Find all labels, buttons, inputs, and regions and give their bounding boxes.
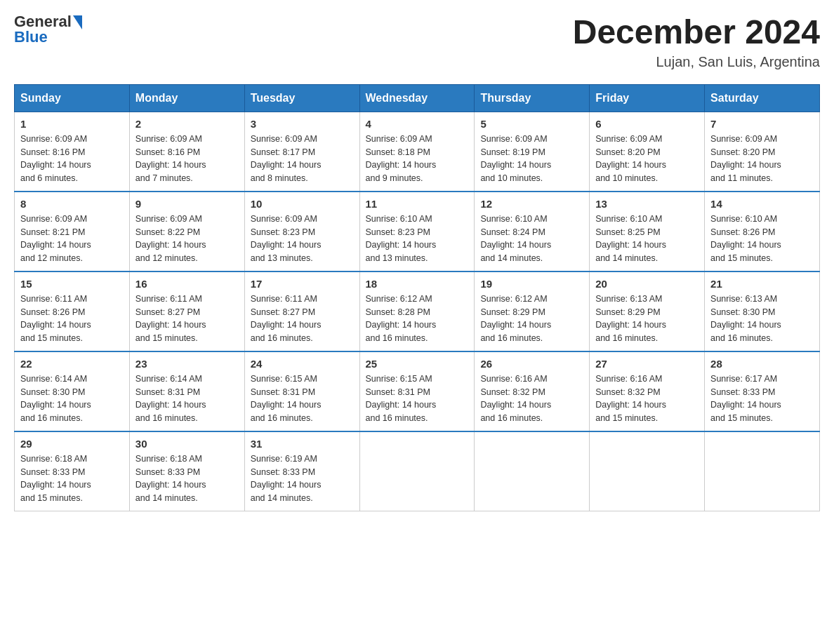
calendar-week-row: 22 Sunrise: 6:14 AM Sunset: 8:30 PM Dayl… xyxy=(15,351,820,431)
day-number: 5 xyxy=(480,118,583,130)
day-number: 22 xyxy=(20,358,124,370)
header-wednesday: Wednesday xyxy=(359,84,475,112)
day-info: Sunrise: 6:10 AM Sunset: 8:24 PM Dayligh… xyxy=(480,213,583,265)
calendar-day-cell: 2 Sunrise: 6:09 AM Sunset: 8:16 PM Dayli… xyxy=(129,112,244,192)
day-info: Sunrise: 6:16 AM Sunset: 8:32 PM Dayligh… xyxy=(480,373,583,425)
day-number: 31 xyxy=(251,438,354,450)
header-thursday: Thursday xyxy=(475,84,590,112)
day-info: Sunrise: 6:09 AM Sunset: 8:22 PM Dayligh… xyxy=(135,213,239,265)
header-sunday: Sunday xyxy=(15,84,130,112)
logo[interactable]: General Blue xyxy=(14,14,82,45)
calendar-day-cell: 29 Sunrise: 6:18 AM Sunset: 8:33 PM Dayl… xyxy=(15,431,130,511)
day-number: 28 xyxy=(710,358,814,370)
day-info: Sunrise: 6:15 AM Sunset: 8:31 PM Dayligh… xyxy=(366,373,469,425)
day-number: 9 xyxy=(135,198,239,210)
calendar-day-cell: 23 Sunrise: 6:14 AM Sunset: 8:31 PM Dayl… xyxy=(129,351,244,431)
page-header: General Blue December 2024 Lujan, San Lu… xyxy=(14,14,820,70)
day-info: Sunrise: 6:17 AM Sunset: 8:33 PM Dayligh… xyxy=(710,373,814,425)
calendar-day-cell: 11 Sunrise: 6:10 AM Sunset: 8:23 PM Dayl… xyxy=(359,192,475,271)
day-info: Sunrise: 6:10 AM Sunset: 8:25 PM Dayligh… xyxy=(595,213,699,265)
day-number: 16 xyxy=(135,278,239,290)
calendar-day-cell xyxy=(590,431,705,511)
calendar-day-cell: 1 Sunrise: 6:09 AM Sunset: 8:16 PM Dayli… xyxy=(15,112,130,192)
day-number: 14 xyxy=(710,198,814,210)
day-number: 21 xyxy=(710,278,814,290)
calendar-day-cell: 20 Sunrise: 6:13 AM Sunset: 8:29 PM Dayl… xyxy=(590,271,705,351)
day-number: 2 xyxy=(135,118,239,130)
day-number: 4 xyxy=(366,118,469,130)
calendar-week-row: 15 Sunrise: 6:11 AM Sunset: 8:26 PM Dayl… xyxy=(15,271,820,351)
day-number: 3 xyxy=(251,118,354,130)
calendar-table: Sunday Monday Tuesday Wednesday Thursday… xyxy=(14,84,820,511)
day-number: 8 xyxy=(20,198,124,210)
day-number: 6 xyxy=(595,118,699,130)
day-number: 26 xyxy=(480,358,583,370)
day-number: 29 xyxy=(20,438,124,450)
calendar-day-cell: 6 Sunrise: 6:09 AM Sunset: 8:20 PM Dayli… xyxy=(590,112,705,192)
day-number: 1 xyxy=(20,118,124,130)
day-info: Sunrise: 6:13 AM Sunset: 8:30 PM Dayligh… xyxy=(710,293,814,345)
day-number: 11 xyxy=(366,198,469,210)
calendar-day-cell: 19 Sunrise: 6:12 AM Sunset: 8:29 PM Dayl… xyxy=(475,271,590,351)
calendar-day-cell: 18 Sunrise: 6:12 AM Sunset: 8:28 PM Dayl… xyxy=(359,271,475,351)
header-row: Sunday Monday Tuesday Wednesday Thursday… xyxy=(15,84,820,112)
calendar-day-cell: 4 Sunrise: 6:09 AM Sunset: 8:18 PM Dayli… xyxy=(359,112,475,192)
calendar-day-cell: 17 Sunrise: 6:11 AM Sunset: 8:27 PM Dayl… xyxy=(244,271,359,351)
calendar-day-cell: 31 Sunrise: 6:19 AM Sunset: 8:33 PM Dayl… xyxy=(244,431,359,511)
location-subtitle: Lujan, San Luis, Argentina xyxy=(573,54,820,70)
day-info: Sunrise: 6:09 AM Sunset: 8:18 PM Dayligh… xyxy=(366,133,469,185)
day-number: 23 xyxy=(135,358,239,370)
header-monday: Monday xyxy=(129,84,244,112)
day-number: 13 xyxy=(595,198,699,210)
calendar-week-row: 8 Sunrise: 6:09 AM Sunset: 8:21 PM Dayli… xyxy=(15,192,820,271)
day-info: Sunrise: 6:09 AM Sunset: 8:23 PM Dayligh… xyxy=(251,213,354,265)
day-info: Sunrise: 6:09 AM Sunset: 8:17 PM Dayligh… xyxy=(251,133,354,185)
calendar-day-cell: 9 Sunrise: 6:09 AM Sunset: 8:22 PM Dayli… xyxy=(129,192,244,271)
day-info: Sunrise: 6:19 AM Sunset: 8:33 PM Dayligh… xyxy=(251,452,354,505)
day-number: 15 xyxy=(20,278,124,290)
calendar-day-cell xyxy=(359,431,475,511)
title-block: December 2024 Lujan, San Luis, Argentina xyxy=(573,14,820,70)
day-number: 30 xyxy=(135,438,239,450)
day-number: 18 xyxy=(366,278,469,290)
calendar-day-cell: 28 Sunrise: 6:17 AM Sunset: 8:33 PM Dayl… xyxy=(705,351,820,431)
calendar-day-cell: 22 Sunrise: 6:14 AM Sunset: 8:30 PM Dayl… xyxy=(15,351,130,431)
calendar-day-cell: 16 Sunrise: 6:11 AM Sunset: 8:27 PM Dayl… xyxy=(129,271,244,351)
day-info: Sunrise: 6:09 AM Sunset: 8:20 PM Dayligh… xyxy=(595,133,699,185)
day-info: Sunrise: 6:18 AM Sunset: 8:33 PM Dayligh… xyxy=(20,452,124,505)
calendar-day-cell: 10 Sunrise: 6:09 AM Sunset: 8:23 PM Dayl… xyxy=(244,192,359,271)
calendar-day-cell: 13 Sunrise: 6:10 AM Sunset: 8:25 PM Dayl… xyxy=(590,192,705,271)
day-info: Sunrise: 6:10 AM Sunset: 8:23 PM Dayligh… xyxy=(366,213,469,265)
day-info: Sunrise: 6:09 AM Sunset: 8:20 PM Dayligh… xyxy=(710,133,814,185)
day-number: 24 xyxy=(251,358,354,370)
day-info: Sunrise: 6:16 AM Sunset: 8:32 PM Dayligh… xyxy=(595,373,699,425)
calendar-day-cell: 5 Sunrise: 6:09 AM Sunset: 8:19 PM Dayli… xyxy=(475,112,590,192)
calendar-day-cell xyxy=(475,431,590,511)
calendar-day-cell: 3 Sunrise: 6:09 AM Sunset: 8:17 PM Dayli… xyxy=(244,112,359,192)
day-info: Sunrise: 6:11 AM Sunset: 8:27 PM Dayligh… xyxy=(251,293,354,345)
day-info: Sunrise: 6:15 AM Sunset: 8:31 PM Dayligh… xyxy=(251,373,354,425)
day-info: Sunrise: 6:12 AM Sunset: 8:28 PM Dayligh… xyxy=(366,293,469,345)
day-number: 12 xyxy=(480,198,583,210)
day-number: 27 xyxy=(595,358,699,370)
calendar-day-cell: 14 Sunrise: 6:10 AM Sunset: 8:26 PM Dayl… xyxy=(705,192,820,271)
day-number: 10 xyxy=(251,198,354,210)
day-info: Sunrise: 6:11 AM Sunset: 8:27 PM Dayligh… xyxy=(135,293,239,345)
day-number: 20 xyxy=(595,278,699,290)
day-number: 25 xyxy=(366,358,469,370)
day-number: 19 xyxy=(480,278,583,290)
day-info: Sunrise: 6:12 AM Sunset: 8:29 PM Dayligh… xyxy=(480,293,583,345)
day-info: Sunrise: 6:09 AM Sunset: 8:19 PM Dayligh… xyxy=(480,133,583,185)
day-info: Sunrise: 6:18 AM Sunset: 8:33 PM Dayligh… xyxy=(135,452,239,505)
calendar-day-cell: 21 Sunrise: 6:13 AM Sunset: 8:30 PM Dayl… xyxy=(705,271,820,351)
calendar-day-cell: 27 Sunrise: 6:16 AM Sunset: 8:32 PM Dayl… xyxy=(590,351,705,431)
calendar-day-cell: 26 Sunrise: 6:16 AM Sunset: 8:32 PM Dayl… xyxy=(475,351,590,431)
logo-blue: Blue xyxy=(14,28,48,46)
calendar-week-row: 1 Sunrise: 6:09 AM Sunset: 8:16 PM Dayli… xyxy=(15,112,820,192)
header-tuesday: Tuesday xyxy=(244,84,359,112)
calendar-day-cell: 15 Sunrise: 6:11 AM Sunset: 8:26 PM Dayl… xyxy=(15,271,130,351)
day-info: Sunrise: 6:13 AM Sunset: 8:29 PM Dayligh… xyxy=(595,293,699,345)
day-info: Sunrise: 6:14 AM Sunset: 8:31 PM Dayligh… xyxy=(135,373,239,425)
calendar-day-cell: 8 Sunrise: 6:09 AM Sunset: 8:21 PM Dayli… xyxy=(15,192,130,271)
day-info: Sunrise: 6:09 AM Sunset: 8:21 PM Dayligh… xyxy=(20,213,124,265)
